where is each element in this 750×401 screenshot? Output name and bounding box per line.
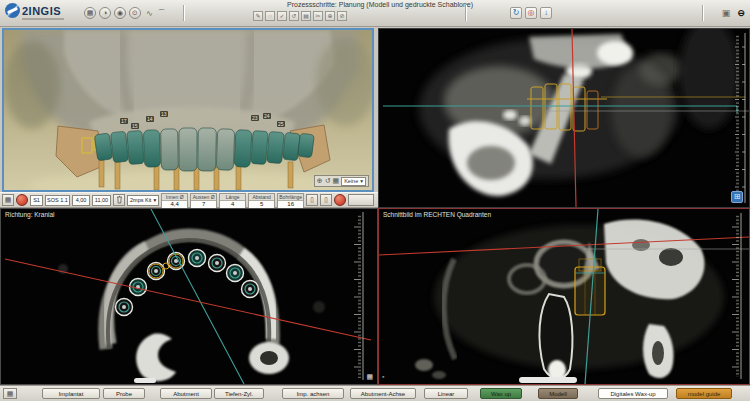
wax-up-button[interactable]: Wax up — [480, 388, 522, 399]
model-guide-button[interactable]: model guide — [676, 388, 732, 399]
toolbar-separator — [702, 5, 703, 21]
titlebar: 2INGIS ▦ ◑ ◉ ⊙ ∿ ⌒ Prozessschritte: Plan… — [0, 0, 750, 27]
implant-ref-field[interactable]: SOS 1.1 — [45, 195, 70, 206]
camera-icon[interactable]: ◉ — [114, 7, 126, 19]
circle-icon[interactable]: ◌ — [265, 11, 275, 21]
overlay-select-value: Keine — [344, 178, 358, 184]
axial-view-header: Richtung: Kranial — [5, 211, 55, 218]
linear-button[interactable]: Linear — [424, 388, 468, 399]
block-icon[interactable]: ⊘ — [337, 11, 347, 21]
implantat-button[interactable]: Implantat — [42, 388, 100, 399]
coronal-view-header: Schnittbild im RECHTEN Quadranten — [383, 211, 491, 218]
app-logo: 2INGIS — [5, 3, 61, 18]
tiefen-zyl-button[interactable]: Tiefen-Zyl. — [214, 388, 264, 399]
logo-text: 2INGIS — [22, 5, 61, 17]
view-tools-group: ▦ ◑ ◉ ⊙ ∿ ⌒ — [84, 7, 166, 19]
panel-3d-view[interactable]: 17 15 14 13 23 24 25 ⊕ ↺ ▦ Keine ▾ — [2, 28, 374, 192]
sync-icon[interactable]: ↻ — [510, 7, 522, 19]
param-inner-diameter[interactable]: Innen Ø 4,4 — [161, 193, 188, 207]
sync-tools-group: ↻ ◎ ↓ — [510, 7, 552, 19]
record-icon[interactable]: ◎ — [525, 7, 537, 19]
modell-button[interactable]: Modell — [538, 388, 578, 399]
imp-achsen-button[interactable]: Imp. achsen — [282, 388, 344, 399]
param-label: Abstand — [249, 194, 274, 200]
3d-view-toolbar: ⊕ ↺ ▦ Keine ▾ — [314, 175, 369, 187]
param-outer-diameter[interactable]: Aussen Ø 7 — [190, 193, 217, 207]
record-button-2[interactable] — [334, 194, 346, 206]
probe-tool-icon[interactable]: ∿ — [146, 9, 153, 18]
overlay-select[interactable]: Keine ▾ — [341, 177, 366, 186]
param-value: 5 — [249, 200, 274, 208]
application-window: 2INGIS ▦ ◑ ◉ ⊙ ∿ ⌒ Prozessschritte: Plan… — [0, 0, 750, 401]
param-length[interactable]: Länge 4 — [219, 193, 246, 207]
implant-id-field[interactable]: S1 — [30, 195, 43, 206]
depth-slider[interactable] — [519, 377, 577, 383]
window-controls: ▣ ⊖ — [720, 7, 747, 19]
abutment-achse-button[interactable]: Abutment-Achse — [350, 388, 416, 399]
chevron-down-icon: ▾ — [153, 197, 156, 203]
param-value: 7 — [191, 200, 216, 208]
contrast-icon[interactable]: ◑ — [99, 7, 111, 19]
kit-select-value: 2mps Kit — [130, 197, 151, 203]
add-icon[interactable]: ⊕ — [325, 11, 335, 21]
trash-icon[interactable] — [113, 194, 125, 206]
grid-view-icon[interactable]: ▦ — [333, 176, 340, 186]
logo-swoosh-icon — [5, 3, 20, 18]
cut-icon[interactable]: ✂ — [313, 11, 323, 21]
layers-icon[interactable]: ▦ — [84, 7, 96, 19]
panel-axial-view[interactable]: Richtung: Kranial — [0, 208, 378, 385]
chevron-down-icon: ▾ — [360, 178, 363, 184]
grid-icon[interactable]: ▦ — [3, 388, 17, 399]
grid-icon[interactable]: ▦ — [2, 194, 14, 206]
window-icon[interactable]: ▣ — [720, 7, 732, 19]
param-label: Bohrlänge — [278, 194, 303, 200]
check-icon[interactable]: ✓ — [277, 11, 287, 21]
record-button[interactable] — [16, 194, 28, 206]
param-value: 4,4 — [162, 200, 187, 208]
panel-sagittal-view[interactable]: ⊞ — [378, 28, 750, 208]
apply-button[interactable] — [348, 194, 374, 206]
length-field[interactable]: 11,00 — [92, 195, 111, 206]
param-distance[interactable]: Abstand 5 — [248, 193, 275, 207]
tooth-label: 23 — [251, 115, 259, 121]
rotate-icon[interactable]: ↺ — [289, 11, 299, 21]
panel-coronal-view[interactable]: Schnittbild im RECHTEN Quadranten — [378, 208, 750, 385]
axial-ct-image — [1, 209, 377, 384]
kit-select[interactable]: 2mps Kit ▾ — [127, 195, 159, 206]
depth-slider[interactable] — [134, 378, 156, 383]
3d-render — [4, 30, 372, 190]
mirror-tool-icon[interactable]: ⌒ — [158, 8, 166, 19]
implant-toolbar: ▦ S1 SOS 1.1 4,00 11,00 2mps Kit ▾ Innen… — [0, 192, 378, 208]
add-view-icon[interactable]: ⊕ — [317, 176, 323, 186]
tooth-label: 24 — [263, 113, 271, 119]
rotate-view-icon[interactable]: ↺ — [325, 176, 331, 186]
tooth-label: 14 — [146, 116, 154, 122]
param-value: 4 — [220, 200, 245, 208]
param-label: Innen Ø — [162, 194, 187, 200]
tooth-label: 25 — [277, 121, 285, 127]
param-drill-length[interactable]: Bohrlänge 16 — [277, 193, 304, 207]
toggle-a-button[interactable]: ▯ — [306, 194, 318, 206]
draw-icon[interactable]: ✎ — [253, 11, 263, 21]
toggle-b-button[interactable]: ▯ — [320, 194, 332, 206]
param-value: 16 — [278, 200, 303, 208]
resize-icon[interactable]: ▪ — [382, 373, 384, 381]
sagittal-tool-icon[interactable]: ⊞ — [731, 191, 743, 203]
statusbar: ▦ Implantat Probe Abutment Tiefen-Zyl. I… — [0, 385, 750, 401]
param-label: Aussen Ø — [191, 194, 216, 200]
diameter-field[interactable]: 4,00 — [72, 195, 90, 206]
tooth-label: 13 — [160, 111, 168, 117]
tooth-label: 17 — [120, 118, 128, 124]
toolbar-separator — [465, 5, 466, 21]
probe-button[interactable]: Probe — [103, 388, 145, 399]
target-icon[interactable]: ⊙ — [129, 7, 141, 19]
download-icon[interactable]: ↓ — [540, 7, 552, 19]
logo-subtitle-line — [22, 18, 64, 20]
tooth-label: 15 — [131, 123, 139, 129]
digitales-wax-up-button[interactable]: Digitales Wax-up — [598, 388, 668, 399]
sagittal-ct-image — [379, 29, 749, 207]
minimize-icon[interactable]: ⊖ — [735, 7, 747, 19]
expand-icon[interactable]: ▦ — [366, 373, 373, 381]
abutment-button[interactable]: Abutment — [160, 388, 212, 399]
layout-icon[interactable]: ▤ — [301, 11, 311, 21]
